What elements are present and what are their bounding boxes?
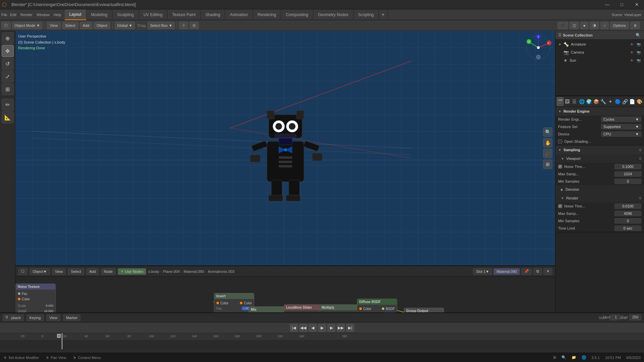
viewport-noise-thresh-value[interactable]: 0.1000	[614, 164, 641, 169]
annotate-tool[interactable]: ✏	[2, 99, 14, 111]
sampling-options-icon[interactable]: ≡	[639, 147, 641, 152]
view-layer-props-icon[interactable]: ☰	[571, 97, 578, 106]
device-dropdown[interactable]: CPU ▼	[601, 131, 641, 137]
zoom-in-button[interactable]: 🔍	[543, 127, 552, 137]
sun-visibility-icon[interactable]: 👁	[629, 58, 635, 63]
node-node-menu[interactable]: Node	[101, 268, 116, 275]
measure-tool[interactable]: 📐	[2, 111, 14, 123]
render-sub-options-icon[interactable]: ≡	[639, 196, 641, 200]
tab-scripting[interactable]: Scripting	[354, 9, 379, 20]
tab-geometry[interactable]: Geometry Nodes	[313, 9, 354, 20]
tab-rendering[interactable]: Rendering	[253, 9, 281, 20]
end-frame-display[interactable]: 250	[629, 314, 641, 320]
marker-menu[interactable]: Marker	[63, 314, 80, 321]
world-props-icon[interactable]: 🌍	[586, 97, 592, 106]
render-max-samp-value[interactable]: 4096	[614, 211, 641, 216]
armature-visibility-icon[interactable]: 👁	[629, 42, 635, 47]
material-preview-button[interactable]: ◑	[590, 22, 599, 29]
tab-animation[interactable]: Animation	[225, 9, 253, 20]
render-min-samp-value[interactable]: 0	[614, 218, 641, 224]
menu-edit[interactable]: Edit	[10, 13, 16, 17]
solid-shading-button[interactable]: ●	[580, 22, 589, 29]
output-props-icon[interactable]: 🖼	[564, 97, 571, 106]
select-menu[interactable]: Select	[62, 22, 78, 29]
sun-render-icon[interactable]: 📷	[636, 58, 641, 63]
render-noise-check[interactable]	[558, 204, 562, 208]
use-nodes-toggle[interactable]: ✓ Use Nodes	[118, 268, 146, 275]
add-menu[interactable]: Add	[80, 22, 93, 29]
jump-forward-button[interactable]: ▶▶	[337, 324, 345, 332]
tab-texture[interactable]: Texture Paint	[167, 9, 201, 20]
jump-back-button[interactable]: ◀◀	[299, 324, 307, 332]
object-mode-dropdown[interactable]: Object Mode ▼	[12, 22, 42, 29]
hand-tool-button[interactable]: ✋	[543, 138, 552, 147]
node-editor-type-button[interactable]: ⬡	[18, 268, 28, 275]
physics-props-icon[interactable]: 🔵	[614, 97, 621, 106]
outliner-item-armature[interactable]: ▼ 🦴 Armature 👁 📷	[555, 40, 644, 48]
close-button[interactable]: ✕	[629, 0, 644, 9]
viewport-options-icon[interactable]: ≡	[639, 156, 641, 161]
node-close-button[interactable]: ✕	[543, 268, 552, 275]
node-view-menu[interactable]: View	[52, 268, 66, 275]
drag-dropdown[interactable]: Select Box ▼	[148, 22, 174, 29]
scene-selector[interactable]: Scene	[612, 13, 622, 17]
sampling-header[interactable]: ▼ Sampling ≡	[555, 145, 644, 154]
render-time-limit-value[interactable]: 0 sec	[614, 226, 641, 231]
invert1-node[interactable]: Invert ColorColor Fac 1.000	[214, 293, 254, 313]
constraints-props-icon[interactable]: 🔗	[622, 97, 629, 106]
armature-camera-icon[interactable]: 📷	[636, 42, 641, 47]
tab-layout[interactable]: Layout	[65, 9, 87, 20]
menu-help[interactable]: Help	[54, 13, 61, 17]
camera-view-button[interactable]: 🎥	[543, 149, 552, 158]
timeline-track[interactable]	[0, 340, 644, 349]
xray-button[interactable]: ◫	[570, 22, 579, 29]
orientation-dropdown[interactable]: Global ▼	[115, 22, 135, 29]
render-noise-thresh-value[interactable]: 0.0100	[614, 203, 641, 209]
object-props-icon[interactable]: 📦	[593, 97, 600, 106]
add-workspace-button[interactable]: +	[379, 9, 387, 20]
step-back-button[interactable]: ◀	[309, 324, 317, 332]
transform-tool[interactable]: ⊞	[2, 83, 14, 95]
jump-to-end-button[interactable]: ▶|	[346, 324, 354, 332]
node-copy-button[interactable]: ⧉	[533, 268, 542, 275]
cursor-tool[interactable]: ⊕	[2, 32, 14, 44]
tab-uv[interactable]: UV Editing	[139, 9, 168, 20]
rotate-tool[interactable]: ↺	[2, 58, 14, 70]
outliner-filter-button[interactable]: 🔍	[635, 32, 641, 39]
node-select-menu[interactable]: Select	[68, 268, 84, 275]
render-engine-header[interactable]: ▼ Render Engine	[555, 107, 644, 116]
viewport-noise-check[interactable]	[558, 165, 562, 169]
outliner-item-camera[interactable]: 📷 Camera 👁 📷	[555, 48, 644, 56]
node-pin-button[interactable]: 📌	[521, 268, 532, 275]
camera-render-icon[interactable]: 📷	[636, 50, 641, 55]
tab-modeling[interactable]: Modeling	[87, 9, 113, 20]
tab-shading[interactable]: Shading	[201, 9, 225, 20]
tab-sculpting[interactable]: Sculpting	[112, 9, 139, 20]
tab-compositing[interactable]: Compositing	[281, 9, 313, 20]
grid-view-button[interactable]: ⊞	[543, 160, 552, 169]
viewlayer-selector[interactable]: ViewLayer	[624, 13, 641, 17]
current-frame-field[interactable]: 0	[3, 314, 11, 320]
editor-type-button[interactable]: ⬡	[1, 22, 11, 29]
outliner-item-sun[interactable]: ☀ Sun 👁 📷	[555, 56, 644, 64]
render-engine-dropdown[interactable]: Cycles ▼	[601, 117, 641, 122]
snap-button[interactable]: ⊹	[179, 22, 188, 29]
open-shading-checkbox[interactable]	[558, 139, 562, 143]
viewport-max-samp-value[interactable]: 1024	[614, 171, 641, 177]
keying-menu[interactable]: Keying	[26, 314, 44, 321]
pause-button[interactable]: ⏸	[630, 22, 640, 29]
maximize-button[interactable]: □	[614, 0, 629, 9]
particles-props-icon[interactable]: ✦	[607, 97, 614, 106]
material-props-icon[interactable]: 🎨	[636, 97, 643, 106]
feature-set-dropdown[interactable]: Supported ▼	[601, 124, 641, 129]
jump-to-start-button[interactable]: |◀	[290, 324, 298, 332]
node-slot-dropdown[interactable]: Slot 1 ▼	[473, 268, 492, 275]
step-forward-button[interactable]: ▶	[327, 324, 335, 332]
render-subsection-header[interactable]: ▼ Render ≡	[555, 194, 644, 202]
object-menu[interactable]: Object	[94, 22, 110, 29]
minimize-button[interactable]: —	[600, 0, 614, 9]
menu-file[interactable]: File	[1, 13, 7, 17]
viewport-subsection-header[interactable]: ▼ Viewport ≡	[555, 154, 644, 163]
options-button[interactable]: Options	[610, 22, 629, 29]
move-tool[interactable]: ✥	[2, 45, 14, 57]
